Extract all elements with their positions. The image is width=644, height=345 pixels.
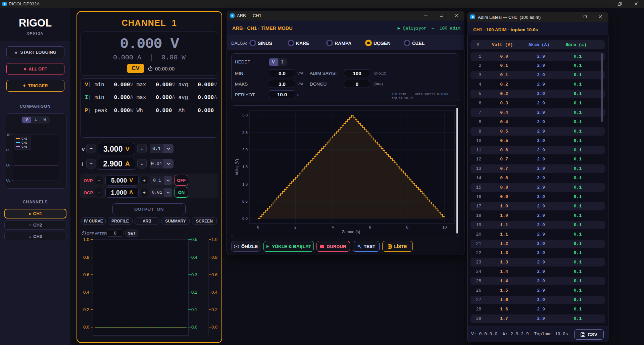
svg-text:0.5: 0.5 — [242, 199, 248, 203]
svg-text:4: 4 — [332, 225, 334, 229]
svg-text:0.0: 0.0 — [211, 325, 217, 330]
svg-text:2.5: 2.5 — [242, 131, 248, 135]
svg-text:10: 10 — [6, 133, 10, 137]
svg-text:2.0: 2.0 — [242, 148, 248, 152]
svg-text:0.4: 0.4 — [83, 290, 89, 295]
svg-text:0.3: 0.3 — [191, 272, 197, 277]
svg-text:0.0: 0.0 — [191, 325, 197, 330]
svg-text:0.0: 0.0 — [242, 216, 248, 220]
svg-text:10: 10 — [442, 225, 447, 229]
svg-text:1.5: 1.5 — [242, 165, 248, 169]
svg-text:0: 0 — [257, 225, 259, 229]
svg-text:0.8: 0.8 — [83, 255, 89, 260]
svg-text:0.6: 0.6 — [211, 272, 217, 277]
svg-text:1.0: 1.0 — [211, 237, 217, 242]
svg-text:1.0: 1.0 — [242, 182, 248, 186]
svg-text:0.2: 0.2 — [83, 307, 89, 312]
svg-text:00: 00 — [6, 163, 10, 167]
svg-text:3.0: 3.0 — [242, 113, 248, 117]
svg-text:CH3: CH3 — [21, 145, 27, 148]
svg-text:2: 2 — [294, 225, 296, 229]
svg-text:8: 8 — [406, 225, 408, 229]
svg-text:CH2: CH2 — [21, 141, 27, 144]
svg-text:0.4: 0.4 — [191, 255, 197, 260]
svg-text:0.0: 0.0 — [83, 325, 89, 330]
svg-text:CH1: CH1 — [21, 137, 27, 140]
svg-text:Voltaj (V): Voltaj (V) — [235, 159, 239, 176]
svg-text:Zaman (s): Zaman (s) — [342, 230, 360, 234]
svg-text:05: 05 — [6, 148, 10, 152]
svg-text:0.4: 0.4 — [211, 290, 217, 295]
svg-text:0.2: 0.2 — [191, 290, 197, 295]
svg-text:0.2: 0.2 — [211, 307, 217, 312]
svg-text:6: 6 — [369, 225, 371, 229]
svg-text:0.1: 0.1 — [191, 307, 197, 312]
svg-text:1.0: 1.0 — [83, 237, 89, 242]
svg-text:0.5: 0.5 — [191, 237, 197, 242]
svg-text:0.6: 0.6 — [83, 272, 89, 277]
svg-text:0.8: 0.8 — [211, 255, 217, 260]
svg-text:05: 05 — [6, 178, 10, 182]
